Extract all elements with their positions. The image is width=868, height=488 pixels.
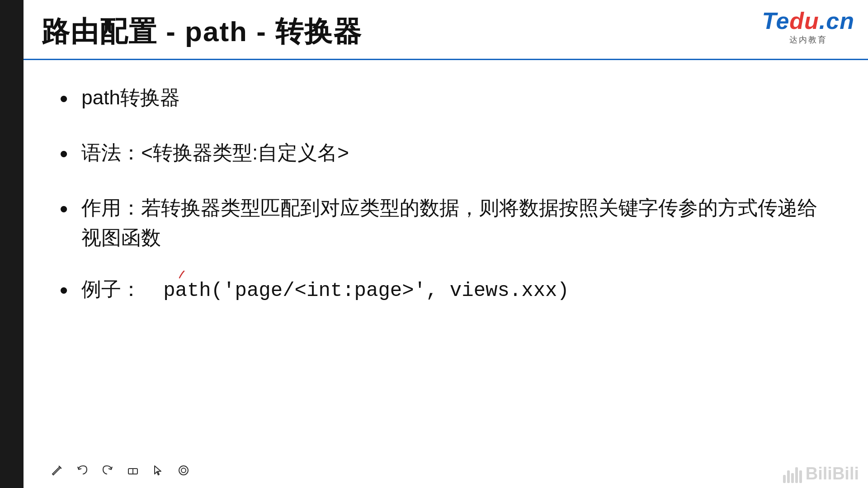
bilibili-bars-icon bbox=[783, 465, 802, 483]
example-label: 例子： bbox=[81, 278, 141, 300]
bullet-text: 作用：若转换器类型匹配到对应类型的数据，则将数据按照关键字传参的方式传递给视图函… bbox=[81, 193, 832, 253]
content-area: • path转换器 • 语法：<转换器类型:自定义名> • 作用：若转换器类型匹… bbox=[24, 60, 868, 343]
bilibili-logo-text: BiliBili bbox=[806, 464, 859, 483]
bullet-dot: • bbox=[60, 136, 68, 171]
pen-annotation bbox=[177, 267, 191, 280]
list-item: • 语法：<转换器类型:自定义名> bbox=[60, 138, 832, 171]
example-code: path('page/<int:page>', views.xxx) bbox=[163, 279, 569, 302]
bar-5 bbox=[799, 470, 802, 483]
logo-subtitle: 达内教育 bbox=[762, 34, 854, 45]
slide-title: 路由配置 - path - 转换器 bbox=[42, 13, 850, 51]
list-item: • 作用：若转换器类型匹配到对应类型的数据，则将数据按照关键字传参的方式传递给视… bbox=[60, 193, 832, 253]
bullet-dot: • bbox=[60, 191, 68, 226]
bar-3 bbox=[791, 473, 794, 483]
undo-icon[interactable] bbox=[76, 464, 89, 480]
bar-1 bbox=[783, 475, 786, 483]
bar-4 bbox=[795, 467, 798, 483]
main-content: Tedu.cn 达内教育 路由配置 - path - 转换器 • path转换器… bbox=[24, 0, 868, 488]
bottom-toolbar bbox=[51, 464, 190, 480]
logo-te: Te bbox=[762, 8, 790, 34]
logo-text: Tedu.cn bbox=[762, 9, 854, 33]
bilibili-watermark: BiliBili bbox=[783, 464, 859, 483]
bullet-list: • path转换器 • 语法：<转换器类型:自定义名> • 作用：若转换器类型匹… bbox=[60, 83, 832, 308]
logo: Tedu.cn 达内教育 bbox=[762, 9, 854, 45]
list-item: • 例子： path('page/<int:page>', views.xxx) bbox=[60, 274, 832, 308]
logo-dot-cn: .cn bbox=[819, 8, 854, 34]
left-sidebar bbox=[0, 0, 24, 488]
svg-point-3 bbox=[181, 468, 186, 473]
bullet-dot: • bbox=[60, 272, 68, 308]
bullet-dot: • bbox=[60, 81, 68, 116]
cursor-icon[interactable] bbox=[152, 464, 165, 480]
bar-2 bbox=[787, 470, 790, 483]
list-item: • path转换器 bbox=[60, 83, 832, 116]
slide-header: 路由配置 - path - 转换器 bbox=[24, 0, 868, 60]
logo-du: du bbox=[789, 8, 819, 34]
bullet-text: 语法：<转换器类型:自定义名> bbox=[81, 138, 832, 168]
bullet-text: path转换器 bbox=[81, 83, 832, 113]
eraser-icon[interactable] bbox=[127, 464, 139, 480]
svg-point-2 bbox=[179, 466, 188, 475]
pen-tool-icon[interactable] bbox=[51, 464, 63, 480]
bullet-text: 例子： path('page/<int:page>', views.xxx) bbox=[81, 274, 832, 305]
record-icon[interactable] bbox=[177, 464, 190, 480]
forward-icon[interactable] bbox=[101, 464, 114, 480]
